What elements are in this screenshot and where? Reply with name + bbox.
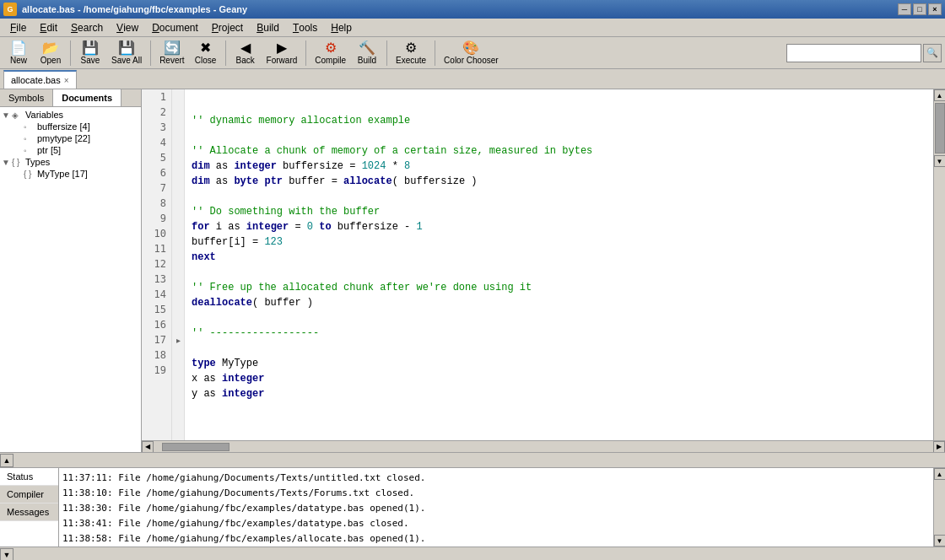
search-input[interactable] <box>786 44 921 62</box>
open-button[interactable]: 📂 Open <box>35 39 66 67</box>
menu-view[interactable]: View <box>110 19 145 36</box>
bottom-tabs: Status Compiler Messages <box>0 468 59 547</box>
code-line-11[interactable] <box>185 265 933 280</box>
code-line-19[interactable]: y as integer <box>185 386 933 401</box>
back-button[interactable]: ◀ Back <box>230 39 261 67</box>
tree-ptr[interactable]: ◦ ptr [5] <box>14 144 139 156</box>
scroll-right-button[interactable]: ▶ <box>933 441 945 453</box>
scroll-left-button[interactable]: ◀ <box>142 441 154 453</box>
tree-pmytype[interactable]: ◦ pmytype [22] <box>14 132 139 144</box>
line-number-3: 3 <box>142 120 171 135</box>
line-number-15: 15 <box>142 302 171 317</box>
line-number-6: 6 <box>142 165 171 180</box>
menu-search[interactable]: Search <box>64 19 110 36</box>
menu-help[interactable]: Help <box>324 19 359 36</box>
fold-marker-17[interactable]: ▸ <box>172 332 184 347</box>
fold-marker-13 <box>172 272 184 287</box>
build-button[interactable]: 🔨 Build <box>352 39 382 67</box>
code-line-14[interactable] <box>185 310 933 326</box>
save-all-button[interactable]: 💾 Save All <box>107 39 146 67</box>
code-line-12[interactable]: '' Free up the allocated chunk after we'… <box>185 280 933 295</box>
horizontal-scrollbar[interactable]: ◀ ▶ <box>142 440 945 452</box>
line-number-9: 9 <box>142 211 171 226</box>
code-line-16[interactable] <box>185 341 933 356</box>
code-line-5[interactable]: dim as byte ptr buffer = allocate( buffe… <box>185 174 933 189</box>
hscroll-thumb[interactable] <box>162 443 230 451</box>
fold-marker-18 <box>172 347 184 363</box>
save-all-icon: 💾 <box>118 41 135 55</box>
tree-mytype[interactable]: { } MyType [17] <box>14 168 139 180</box>
pmytype-label: pmytype [22] <box>37 133 90 143</box>
maximize-button[interactable]: □ <box>913 3 926 15</box>
menu-project[interactable]: Project <box>205 19 250 36</box>
sidebar-tab-documents[interactable]: Documents <box>53 89 122 106</box>
menu-edit[interactable]: Edit <box>33 19 64 36</box>
code-line-1[interactable]: '' dynamic memory allocation example <box>185 113 933 128</box>
menu-document[interactable]: Document <box>145 19 205 36</box>
close-file-button[interactable]: ✖ Close <box>191 39 221 67</box>
close-button[interactable]: × <box>928 3 942 15</box>
sidebar: Symbols Documents ▼ ◈ Variables ◦ buffer… <box>0 89 142 452</box>
code-line-15[interactable]: '' ------------------ <box>185 326 933 341</box>
variable-icon-3: ◦ <box>24 146 35 155</box>
search-button[interactable]: 🔍 <box>923 44 942 62</box>
code-line-17[interactable]: type MyType <box>185 356 933 371</box>
code-line-13[interactable]: deallocate( buffer ) <box>185 295 933 310</box>
scroll-down-button[interactable]: ▼ <box>934 155 946 167</box>
line-number-13: 13 <box>142 272 171 287</box>
save-button[interactable]: 💾 Save <box>75 39 105 67</box>
code-line-4[interactable]: dim as integer buffersize = 1024 * 8 <box>185 159 933 174</box>
execute-button[interactable]: ⚙ Execute <box>392 39 430 67</box>
code-line-8[interactable]: for i as integer = 0 to buffersize - 1 <box>185 219 933 234</box>
line-number-8: 8 <box>142 196 171 211</box>
tab-allocate-bas[interactable]: allocate.bas × <box>3 70 77 89</box>
bottom-scroll-up-button[interactable]: ▲ <box>0 454 14 467</box>
code-line-10[interactable]: next <box>185 250 933 265</box>
code-content[interactable]: '' dynamic memory allocation example '' … <box>185 89 933 440</box>
code-line-9[interactable]: buffer[i] = 123 <box>185 234 933 250</box>
fold-marker-19 <box>172 363 184 378</box>
toolbar-sep-4 <box>305 40 306 66</box>
fold-marker-4 <box>172 135 184 150</box>
variables-children: ◦ buffersize [4] ◦ pmytype [22] ◦ ptr [5… <box>2 121 139 156</box>
new-icon: 📄 <box>10 41 27 55</box>
new-button[interactable]: 📄 New <box>3 39 34 67</box>
hscroll-track <box>154 443 933 451</box>
code-line-7[interactable]: '' Do something with the buffer <box>185 204 933 219</box>
tree-buffersize[interactable]: ◦ buffersize [4] <box>14 121 139 132</box>
tree-types[interactable]: ▼ { } Types <box>2 156 139 168</box>
color-chooser-button[interactable]: 🎨 Color Chooser <box>440 39 502 67</box>
code-editor[interactable]: 12345678910111213141516171819 ▸ '' dynam… <box>142 89 933 440</box>
tab-messages[interactable]: Messages <box>0 503 58 521</box>
line-number-12: 12 <box>142 256 171 272</box>
code-line-18[interactable]: x as integer <box>185 371 933 386</box>
compile-icon: ⚙ <box>325 41 337 55</box>
forward-button[interactable]: ▶ Forward <box>262 39 302 67</box>
compile-button[interactable]: ⚙ Compile <box>310 39 350 67</box>
bottom-vscrollbar[interactable]: ▲ ▼ <box>933 468 945 547</box>
scroll-thumb[interactable] <box>935 103 945 153</box>
code-line-6[interactable] <box>185 189 933 204</box>
minimize-button[interactable]: ─ <box>898 3 911 15</box>
vertical-scrollbar[interactable]: ▲ ▼ <box>933 89 945 440</box>
code-line-3[interactable]: '' Allocate a chunk of memory of a certa… <box>185 143 933 159</box>
bottom-scroll-down[interactable]: ▼ <box>934 535 946 547</box>
toolbar-sep-2 <box>150 40 151 66</box>
sidebar-tab-symbols[interactable]: Symbols <box>0 89 53 106</box>
menu-file[interactable]: File <box>3 19 33 36</box>
tab-status[interactable]: Status <box>0 468 58 486</box>
fold-marker-7 <box>172 180 184 196</box>
scroll-up-button[interactable]: ▲ <box>934 89 946 101</box>
tree-variables[interactable]: ▼ ◈ Variables <box>2 109 139 121</box>
code-line-2[interactable] <box>185 128 933 143</box>
bottom-scroll-down-button[interactable]: ▼ <box>0 548 14 561</box>
tab-compiler[interactable]: Compiler <box>0 486 58 503</box>
tab-close-button[interactable]: × <box>64 76 69 85</box>
types-label: Types <box>25 157 50 167</box>
menu-tools[interactable]: Tools <box>286 19 324 36</box>
revert-button[interactable]: 🔄 Revert <box>155 39 188 67</box>
fold-marker-16 <box>172 317 184 332</box>
bottom-scroll-up[interactable]: ▲ <box>934 468 946 480</box>
menu-build[interactable]: Build <box>250 19 286 36</box>
content-area: Symbols Documents ▼ ◈ Variables ◦ buffer… <box>0 89 945 452</box>
